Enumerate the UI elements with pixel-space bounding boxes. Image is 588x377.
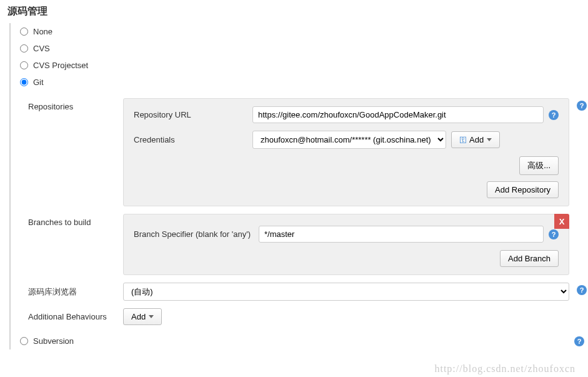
scm-option-cvs-projectset[interactable]: CVS Projectset [17,57,588,74]
repositories-panel: Repository URL ? Credentials zhoufoxcn@h… [123,98,569,206]
radio-git-label: Git [33,78,44,87]
radio-cvs[interactable] [20,44,28,53]
radio-cvs-projectset[interactable] [20,61,28,69]
branches-label: Branches to build [17,214,123,227]
help-icon[interactable]: ? [577,285,587,295]
chevron-down-icon [487,138,492,141]
scm-option-cvs[interactable]: CVS [17,40,588,57]
scm-option-subversion[interactable]: Subversion ? [17,333,588,349]
radio-cvs-label: CVS [33,44,50,53]
scm-option-git[interactable]: Git [17,74,588,91]
help-icon[interactable]: ? [577,101,587,111]
radio-subversion-label: Subversion [33,336,74,346]
advanced-button[interactable]: 高级... [519,156,559,175]
section-title: 源码管理 [0,0,588,23]
branch-specifier-input[interactable] [259,226,544,243]
radio-none[interactable] [20,28,28,36]
credentials-select[interactable]: zhoufoxcn@hotmail.com/****** (git.oschin… [252,131,446,149]
add-behaviour-label: Add [131,312,146,321]
radio-none-label: None [33,27,52,36]
add-branch-button[interactable]: Add Branch [500,250,559,267]
branches-panel: X Branch Specifier (blank for 'any') ? A… [123,214,569,275]
help-icon[interactable]: ? [574,336,584,346]
repo-browser-select[interactable]: (自动) [123,283,569,301]
help-icon[interactable]: ? [549,110,559,120]
repo-url-label: Repository URL [134,110,252,119]
credentials-label: Credentials [134,135,252,144]
add-credentials-label: Add [469,135,484,144]
radio-cvs-projectset-label: CVS Projectset [33,61,88,70]
radio-git[interactable] [20,78,28,86]
add-repository-button[interactable]: Add Repository [487,181,559,198]
add-credentials-button[interactable]: ⚿ Add [451,131,500,148]
help-icon[interactable]: ? [549,229,559,239]
add-behaviour-button[interactable]: Add [123,308,162,325]
additional-behaviours-label: Additional Behaviours [17,308,123,321]
repo-url-input[interactable] [252,106,544,123]
branch-specifier-label: Branch Specifier (blank for 'any') [134,229,259,239]
chevron-down-icon [149,315,154,318]
scm-option-none[interactable]: None [17,23,588,40]
radio-subversion[interactable] [20,337,28,345]
browser-label: 源码库浏览器 [17,283,123,298]
repositories-label: Repositories [17,98,123,111]
key-icon: ⚿ [459,136,467,144]
